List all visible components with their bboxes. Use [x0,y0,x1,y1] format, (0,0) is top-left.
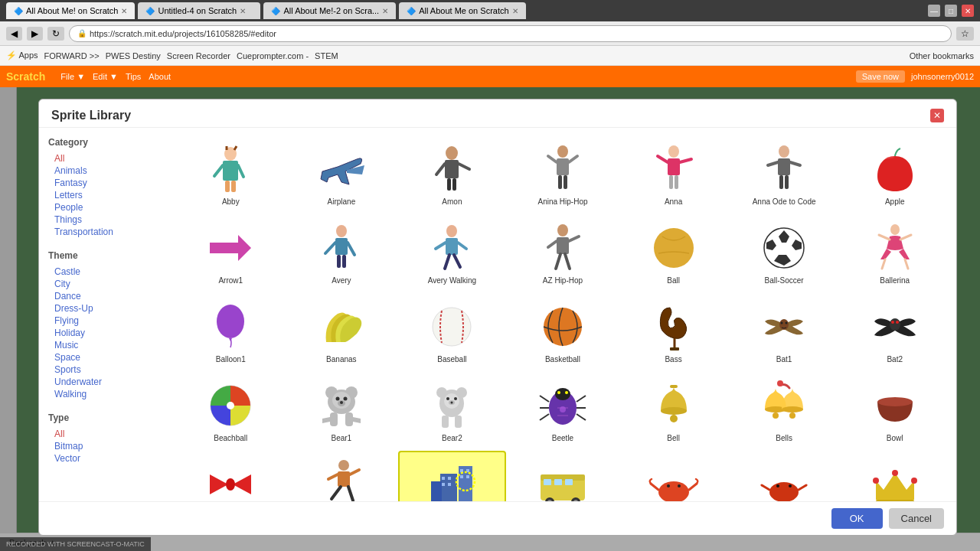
bookmark-stem[interactable]: STEM [315,51,338,60]
sprite-crab[interactable]: Crab [619,451,727,501]
theme-underwater[interactable]: Underwater [48,376,160,388]
menu-edit[interactable]: Edit ▼ [93,72,118,81]
tab-4[interactable]: 🔷 All About Me on Scratch ✕ [399,2,525,19]
menu-about[interactable]: About [149,72,171,81]
minimize-button[interactable]: — [928,5,940,17]
bookmark-other[interactable]: Other bookmarks [910,51,974,60]
svg-rect-27 [778,158,790,175]
category-things[interactable]: Things [48,214,160,226]
theme-dance[interactable]: Dance [48,290,160,302]
svg-line-103 [577,396,586,402]
sprite-anna[interactable]: Anna [619,135,727,211]
tab-4-close[interactable]: ✕ [512,7,518,15]
bookmark-cueprompter[interactable]: Cueprompter.com - [237,51,309,60]
theme-castle[interactable]: Castle [48,266,160,278]
bookmark-pwes[interactable]: PWES Destiny [106,51,161,60]
theme-dress-up[interactable]: Dress-Up [48,302,160,315]
sprite-bananas[interactable]: Bananas [288,293,396,369]
sprite-bowtie[interactable]: Bowtie [177,451,285,501]
theme-sports[interactable]: Sports [48,364,160,376]
svg-line-7 [234,146,237,150]
sprite-grid-area[interactable]: Abby Airplane [169,128,956,501]
sprite-amon[interactable]: Amon [398,135,506,211]
bookmark-forward[interactable]: FORWARD >> [44,51,100,60]
sprite-avery[interactable]: Avery [288,214,396,290]
tab-1[interactable]: 🔷 Untitled-4 on Scratch ✕ [138,2,260,19]
tab-3-close[interactable]: ✕ [121,7,127,15]
sprite-bear1[interactable]: Bear1 [288,372,396,448]
forward-button[interactable]: ▶ [27,27,43,41]
arrow1-label: Arrow1 [218,276,243,285]
category-transportation[interactable]: Transportation [48,226,160,238]
bookmark-button[interactable]: ☆ [956,27,974,41]
sprite-airplane[interactable]: Airplane [288,135,396,211]
sprite-breakdancer1[interactable]: Breakdancer1 [288,451,396,501]
svg-rect-9 [445,160,459,178]
scratch-logo: Scratch [6,70,45,83]
sprite-apple[interactable]: Apple [841,135,949,211]
category-all[interactable]: All [48,152,160,165]
sprite-anina-hiphop[interactable]: Anina Hip-Hop [509,135,617,211]
sprite-buildings[interactable]: Buildings [398,451,506,501]
type-bitmap[interactable]: Bitmap [48,440,160,452]
sprite-bus[interactable]: Bus [509,451,617,501]
theme-space[interactable]: Space [48,351,160,364]
sprite-ball-soccer[interactable]: Ball-Soccer [730,214,838,290]
ok-button[interactable]: OK [831,508,883,529]
tab-1-close[interactable]: ✕ [240,7,246,15]
svg-point-61 [217,305,244,338]
svg-rect-13 [452,178,456,191]
sprite-bass[interactable]: Bass [619,293,727,369]
theme-music[interactable]: Music [48,339,160,351]
theme-holiday[interactable]: Holiday [48,327,160,339]
maximize-button[interactable]: □ [945,5,957,17]
category-animals[interactable]: Animals [48,165,160,177]
refresh-button[interactable]: ↻ [47,27,64,41]
save-now-button[interactable]: Save now [856,70,905,83]
sprite-ball[interactable]: Ball [619,214,727,290]
tab-2[interactable]: 🔷 All About Me!-2 on Scra... ✕ [263,2,396,19]
sprite-bowl[interactable]: Bowl [841,372,949,448]
cancel-button[interactable]: Cancel [889,508,944,529]
sprite-bat2[interactable]: Bat2 [841,293,949,369]
sprite-balloon1[interactable]: Balloon1 [177,293,285,369]
avery-walking-icon [425,221,479,275]
back-button[interactable]: ◀ [6,27,22,41]
sprite-bear2[interactable]: Bear2 [398,372,506,448]
bookmark-apps[interactable]: ⚡ Apps [6,51,38,60]
sprite-baseball[interactable]: Baseball [398,293,506,369]
sprite-ballerina[interactable]: Ballerina [841,214,949,290]
svg-rect-31 [785,175,789,189]
bookmark-screen-recorder[interactable]: Screen Recorder [167,51,230,60]
tab-2-close[interactable]: ✕ [382,7,388,15]
sprite-arrow1[interactable]: Arrow1 [177,214,285,290]
sprite-crab2[interactable]: Crab2 [730,451,838,501]
category-people[interactable]: People [48,201,160,214]
sprite-bells[interactable]: Bells [730,372,838,448]
address-bar[interactable]: 🔒 https://scratch.mit.edu/projects/16105… [69,25,952,42]
tab-1-label: Untitled-4 on Scratch [158,6,237,15]
sprite-bell[interactable]: Bell [619,372,727,448]
theme-walking[interactable]: Walking [48,388,160,400]
type-all[interactable]: All [48,428,160,440]
category-fantasy[interactable]: Fantasy [48,177,160,189]
category-letters[interactable]: Letters [48,189,160,201]
sprite-bat1[interactable]: Bat1 [730,293,838,369]
close-button[interactable]: ✕ [962,5,974,17]
theme-flying[interactable]: Flying [48,315,160,327]
sprite-basketball[interactable]: Basketball [509,293,617,369]
theme-city[interactable]: City [48,278,160,290]
sprite-crown[interactable]: Crown [841,451,949,501]
sprite-anna-ode[interactable]: Anna Ode to Code [730,135,838,211]
menu-file[interactable]: File ▼ [60,72,85,81]
type-vector[interactable]: Vector [48,452,160,465]
sprite-beachball[interactable]: Beachball [177,372,285,448]
svg-point-93 [451,402,453,404]
sprite-beetle[interactable]: Beetle [509,372,617,448]
sprite-avery-walking[interactable]: Avery Walking [398,214,506,290]
sprite-abby[interactable]: Abby [177,135,285,211]
modal-close-button[interactable]: ✕ [930,109,944,122]
menu-tips[interactable]: Tips [126,72,141,81]
sprite-az-hiphop[interactable]: AZ Hip-Hop [509,214,617,290]
tab-3[interactable]: 🔷 All About Me! on Scratch ✕ [6,2,135,19]
